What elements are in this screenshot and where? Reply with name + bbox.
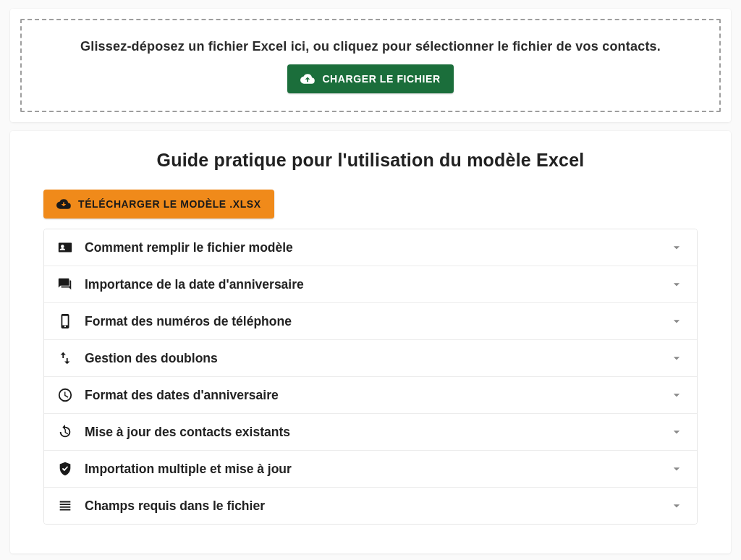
- chevron-down-icon: [669, 351, 684, 365]
- chevron-down-icon: [669, 240, 684, 255]
- contact-card-icon: [57, 239, 73, 255]
- time-icon: [57, 387, 73, 403]
- accordion-item[interactable]: Mise à jour des contacts existants: [44, 413, 697, 450]
- accordion-item[interactable]: Comment remplir le fichier modèle: [44, 229, 697, 266]
- cloud-download-icon: [56, 197, 71, 211]
- chevron-down-icon: [669, 499, 684, 513]
- accordion-item[interactable]: Importance de la date d'anniversaire: [44, 266, 697, 302]
- upload-file-button[interactable]: CHARGER LE FICHIER: [287, 64, 453, 93]
- accordion-item-label: Champs requis dans le fichier: [85, 499, 658, 514]
- chevron-down-icon: [669, 425, 684, 439]
- accordion-item-label: Importance de la date d'anniversaire: [85, 277, 658, 292]
- forum-icon: [57, 276, 73, 292]
- chevron-down-icon: [669, 277, 684, 292]
- accordion-item-label: Format des dates d'anniversaire: [85, 388, 658, 403]
- chevron-down-icon: [669, 462, 684, 476]
- cloud-upload-icon: [300, 72, 315, 86]
- accordion-item-label: Mise à jour des contacts existants: [85, 425, 658, 440]
- update-icon: [57, 424, 73, 440]
- guide-card: Guide pratique pour l'utilisation du mod…: [10, 131, 731, 553]
- swap-vert-icon: [57, 350, 73, 366]
- shield-check-icon: [57, 461, 73, 477]
- accordion-item[interactable]: Champs requis dans le fichier: [44, 487, 697, 524]
- accordion-item[interactable]: Importation multiple et mise à jour: [44, 450, 697, 487]
- download-button-label: TÉLÉCHARGER LE MODÈLE .XLSX: [78, 198, 261, 210]
- accordion-item[interactable]: Format des dates d'anniversaire: [44, 376, 697, 413]
- accordion-item-label: Gestion des doublons: [85, 351, 658, 366]
- accordion-item[interactable]: Gestion des doublons: [44, 339, 697, 376]
- download-template-button[interactable]: TÉLÉCHARGER LE MODÈLE .XLSX: [43, 190, 274, 219]
- guide-title: Guide pratique pour l'utilisation du mod…: [43, 150, 698, 171]
- accordion-item[interactable]: Format des numéros de téléphone: [44, 302, 697, 339]
- chevron-down-icon: [669, 314, 684, 328]
- accordion-item-label: Importation multiple et mise à jour: [85, 462, 658, 477]
- phone-icon: [57, 313, 73, 329]
- upload-button-label: CHARGER LE FICHIER: [322, 73, 440, 85]
- accordion-item-label: Format des numéros de téléphone: [85, 314, 658, 329]
- upload-card: Glissez-déposez un fichier Excel ici, ou…: [10, 9, 731, 122]
- chevron-down-icon: [669, 388, 684, 402]
- lines-icon: [57, 498, 73, 514]
- guide-accordion: Comment remplir le fichier modèleImporta…: [43, 229, 698, 525]
- accordion-item-label: Comment remplir le fichier modèle: [85, 240, 658, 255]
- file-dropzone[interactable]: Glissez-déposez un fichier Excel ici, ou…: [20, 19, 721, 112]
- dropzone-instruction: Glissez-déposez un fichier Excel ici, ou…: [36, 39, 705, 54]
- download-row: TÉLÉCHARGER LE MODÈLE .XLSX: [43, 190, 698, 219]
